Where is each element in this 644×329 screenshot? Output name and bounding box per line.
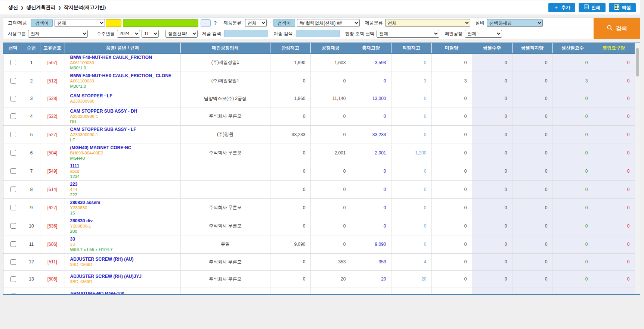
cell-total-stock[interactable]: 9,090: [351, 235, 391, 253]
cell-proper-stock[interactable]: 0: [391, 288, 431, 295]
cell-unique-number[interactable]: [528]: [40, 90, 65, 107]
equipment-select[interactable]: 선택하세요: [487, 19, 543, 27]
row-checkbox[interactable]: [10, 113, 16, 119]
cell-proper-stock[interactable]: 4: [391, 253, 431, 270]
cell-unique-number[interactable]: [511]: [40, 253, 65, 270]
cell-unique-number[interactable]: [512]: [40, 72, 65, 90]
product-name-link[interactable]: ARMATURE-NO MGH-100: [70, 291, 178, 295]
cell-proper-stock[interactable]: 0: [391, 107, 431, 125]
cell-total-stock[interactable]: 20: [351, 270, 391, 288]
cell-unique-number[interactable]: [606]: [40, 235, 65, 253]
cell-total-stock[interactable]: 0: [351, 162, 391, 180]
cell-proper-stock[interactable]: 0: [391, 235, 431, 253]
cell-main-process-vendor: (주)제일정밀1: [180, 72, 270, 90]
keyword-button-1[interactable]: 검색어: [31, 19, 53, 27]
row-checkbox[interactable]: [10, 78, 16, 84]
cell-proper-stock[interactable]: 0: [391, 125, 431, 144]
breadcrumb-item[interactable]: 작지분석(재고기반): [64, 4, 106, 11]
cell-total-stock[interactable]: 0: [351, 180, 391, 198]
row-checkbox[interactable]: [10, 150, 16, 156]
product-name-link[interactable]: ADJUSTER SCREW (RH) (AU): [70, 257, 178, 262]
cell-total-stock[interactable]: 2,001: [351, 144, 391, 162]
cell-proper-stock[interactable]: 0: [391, 180, 431, 198]
customer-name-input[interactable]: [123, 19, 198, 27]
row-checkbox[interactable]: [10, 60, 16, 65]
breadcrumb-item[interactable]: 생산계획관리: [26, 4, 55, 11]
category1-select[interactable]: 전체: [245, 19, 267, 27]
cell-unique-number[interactable]: [527]: [40, 125, 65, 144]
search-button[interactable]: 검색: [594, 18, 640, 39]
order-year-select[interactable]: 2024: [117, 30, 140, 38]
row-checkbox[interactable]: [10, 276, 16, 282]
order-month-select[interactable]: 11: [142, 30, 159, 38]
table-scrollbar[interactable]: [635, 43, 640, 294]
cell-proper-stock[interactable]: 0: [391, 53, 431, 72]
help-link[interactable]: ?: [214, 20, 217, 26]
cell-month-order: 0: [472, 198, 512, 217]
vehicle-search-input[interactable]: [296, 30, 340, 37]
add-button[interactable]: ＋ 추가: [548, 3, 575, 12]
cell-proper-stock[interactable]: 20: [391, 270, 431, 288]
more-button[interactable]: ...: [201, 19, 211, 27]
row-checkbox[interactable]: [10, 205, 16, 210]
product-name-link[interactable]: 1111: [70, 163, 178, 169]
product-search-input[interactable]: [224, 30, 268, 37]
row-checkbox[interactable]: [10, 96, 16, 101]
cell-proper-stock[interactable]: 0: [391, 217, 431, 235]
cell-total-stock[interactable]: 33,233: [351, 125, 391, 144]
cell-unique-number[interactable]: [507]: [40, 53, 65, 72]
customer-code-input[interactable]: [106, 19, 121, 27]
product-name-link[interactable]: 223: [70, 182, 178, 187]
product-name-link[interactable]: 280830 div: [70, 218, 178, 223]
cell-total-stock[interactable]: 176,100: [351, 288, 391, 295]
cell-proper-stock[interactable]: 0: [391, 90, 431, 107]
product-name-link[interactable]: (MGH40) MAGNET CORE-NC: [70, 145, 178, 150]
cell-total-stock[interactable]: 0: [351, 107, 391, 125]
product-name-link[interactable]: BMW F40-NUT-HEX CAULK_FRICTION_ CLONE: [70, 73, 178, 78]
breadcrumb-item[interactable]: 생산: [8, 4, 18, 11]
cell-total-stock[interactable]: 0: [351, 198, 391, 217]
excel-button[interactable]: X 엑셀: [609, 3, 636, 12]
keyword-button-2[interactable]: 검색어: [273, 19, 295, 27]
product-name-link[interactable]: ADJUSTER SCREW (RH) (AU)JYJ: [70, 274, 178, 279]
cell-total-stock[interactable]: 13,000: [351, 90, 391, 107]
product-name-link[interactable]: 280830 assem: [70, 200, 178, 205]
product-name-link[interactable]: CAM STOPPER SUB ASSY - DH: [70, 109, 178, 114]
row-checkbox[interactable]: [10, 294, 16, 295]
category2-select[interactable]: 전체: [385, 19, 470, 27]
cell-unique-number[interactable]: [522]: [40, 107, 65, 125]
cell-proper-stock[interactable]: 3: [391, 72, 431, 90]
cell-unique-number[interactable]: [505]: [40, 270, 65, 288]
row-checkbox[interactable]: [10, 168, 16, 174]
print-button[interactable]: 인쇄: [579, 3, 606, 12]
cell-total-stock[interactable]: 353: [351, 253, 391, 270]
status-select[interactable]: 전체: [377, 30, 439, 38]
cell-unique-number[interactable]: [514]: [40, 288, 65, 295]
cell-proper-stock[interactable]: 1,200: [391, 144, 431, 162]
cell-total-stock[interactable]: 0: [351, 72, 391, 90]
product-name-link[interactable]: CAM STOPPER - LF: [70, 93, 178, 98]
customer-select[interactable]: 전체: [55, 19, 105, 27]
cell-proper-stock[interactable]: 0: [391, 198, 431, 217]
cell-unique-number[interactable]: [549]: [40, 162, 65, 180]
row-checkbox[interactable]: [10, 187, 16, 192]
partner-select[interactable]: ## 협력업체(전체) ##: [297, 19, 360, 27]
product-name-link[interactable]: 33: [70, 236, 178, 242]
product-name-link[interactable]: CAM STOPPER SUB ASSY - LF: [70, 127, 178, 132]
sort-select[interactable]: 정렬선택!: [165, 30, 198, 38]
row-checkbox[interactable]: [10, 259, 16, 265]
row-checkbox[interactable]: [10, 132, 16, 137]
cell-total-stock[interactable]: 0: [351, 217, 391, 235]
product-name-link[interactable]: BMW F40-NUT-HEX CAULK_FRICTION: [70, 55, 178, 60]
cell-proper-stock[interactable]: 0: [391, 162, 431, 180]
cell-unique-number[interactable]: [627]: [40, 198, 65, 217]
cell-unique-number[interactable]: [614]: [40, 180, 65, 198]
table-scrollbar-thumb[interactable]: [636, 48, 639, 76]
row-checkbox[interactable]: [10, 241, 16, 247]
usegroup-select[interactable]: 전체: [28, 30, 88, 38]
cell-unique-number[interactable]: [504]: [40, 144, 65, 162]
cell-total-stock[interactable]: 3,593: [351, 53, 391, 72]
cell-unique-number[interactable]: [636]: [40, 217, 65, 235]
mainprocess-select[interactable]: 전체: [465, 30, 502, 38]
row-checkbox[interactable]: [10, 223, 16, 229]
